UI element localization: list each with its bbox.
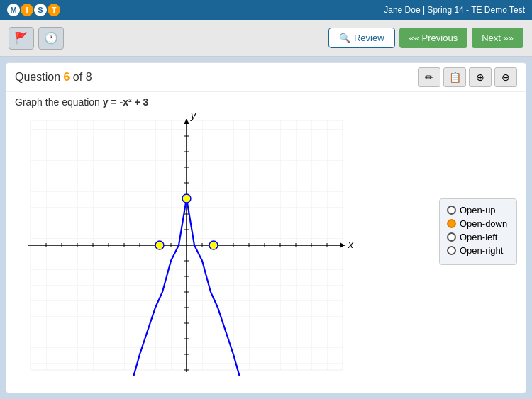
question-title-prefix: Question bbox=[15, 71, 63, 83]
question-title: Question 6 of 8 bbox=[15, 71, 92, 84]
top-bar: M I S T Jane Doe | Spring 14 - TE Demo T… bbox=[0, 0, 532, 20]
radio-panel: Open-up Open-down Open-left Open-right bbox=[439, 198, 517, 265]
pencil-button[interactable]: ✏ bbox=[418, 67, 440, 87]
zoom-in-button[interactable]: ⊕ bbox=[469, 67, 492, 87]
toolbar: 🚩 🕐 🔍 Review «« Previous Next »» bbox=[0, 20, 532, 57]
logo-m: M bbox=[7, 4, 20, 16]
x-axis-label: x bbox=[348, 239, 354, 250]
option-open-up[interactable]: Open-up bbox=[447, 205, 509, 215]
option-open-right-label: Open-right bbox=[460, 245, 503, 256]
zoom-in-icon: ⊕ bbox=[476, 72, 484, 83]
graph-container: x y bbox=[6, 111, 526, 378]
x-intercept-right bbox=[209, 241, 218, 249]
vertex-point bbox=[182, 194, 191, 203]
flag-icon: 🚩 bbox=[14, 31, 28, 45]
graph-area: x y bbox=[15, 113, 432, 376]
option-open-right[interactable]: Open-right bbox=[447, 245, 509, 256]
logo-s: S bbox=[34, 4, 47, 16]
question-header: Question 6 of 8 ✏ 📋 ⊕ ⊖ bbox=[6, 63, 526, 92]
option-open-left[interactable]: Open-left bbox=[447, 232, 509, 242]
radio-open-down bbox=[447, 219, 456, 228]
equation: y = -x² + 3 bbox=[103, 96, 149, 108]
question-body: Graph the equation y = -x² + 3 bbox=[6, 92, 526, 111]
user-info: Jane Doe | Spring 14 - TE Demo Test bbox=[384, 5, 525, 15]
toolbar-left: 🚩 🕐 bbox=[9, 27, 64, 50]
y-axis-label: y bbox=[190, 113, 196, 121]
review-button[interactable]: 🔍 Review bbox=[328, 28, 395, 48]
review-label: Review bbox=[354, 33, 384, 43]
coordinate-graph: x y bbox=[15, 113, 362, 376]
radio-open-left bbox=[447, 232, 456, 242]
content-area: Question 6 of 8 ✏ 📋 ⊕ ⊖ Graph the equati… bbox=[6, 62, 526, 393]
clipboard-icon: 📋 bbox=[449, 72, 461, 83]
zoom-out-button[interactable]: ⊖ bbox=[494, 67, 517, 87]
logo: M I S T bbox=[7, 4, 61, 16]
review-icon: 🔍 bbox=[339, 33, 350, 43]
clock-icon: 🕐 bbox=[44, 31, 58, 45]
pencil-icon: ✏ bbox=[425, 72, 433, 83]
next-button[interactable]: Next »» bbox=[472, 28, 523, 48]
logo-t: T bbox=[48, 4, 60, 16]
radio-open-up bbox=[447, 206, 456, 215]
radio-open-right bbox=[447, 246, 456, 255]
option-open-left-label: Open-left bbox=[460, 232, 497, 242]
option-open-down[interactable]: Open-down bbox=[447, 218, 509, 229]
option-open-up-label: Open-up bbox=[460, 205, 496, 215]
previous-button[interactable]: «« Previous bbox=[399, 28, 468, 48]
question-body-prefix: Graph the equation bbox=[15, 96, 103, 108]
toolbar-right: 🔍 Review «« Previous Next »» bbox=[328, 28, 523, 48]
clock-button[interactable]: 🕐 bbox=[38, 27, 64, 50]
clipboard-button[interactable]: 📋 bbox=[443, 67, 466, 87]
question-title-suffix: of 8 bbox=[70, 71, 92, 83]
zoom-out-icon: ⊖ bbox=[501, 72, 510, 83]
flag-button[interactable]: 🚩 bbox=[9, 27, 34, 50]
tool-icons: ✏ 📋 ⊕ ⊖ bbox=[418, 67, 517, 87]
option-open-down-label: Open-down bbox=[460, 218, 507, 229]
logo-i: I bbox=[21, 4, 33, 16]
x-intercept-left bbox=[155, 241, 164, 249]
